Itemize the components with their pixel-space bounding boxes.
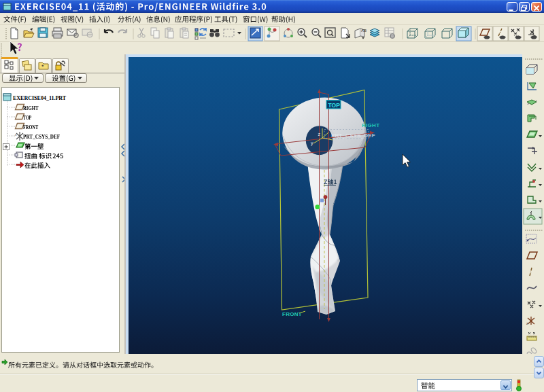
svg-text:TOP: TOP xyxy=(328,102,341,109)
svg-text:FRONT: FRONT xyxy=(282,311,302,317)
svg-text:AB: AB xyxy=(361,29,367,33)
svg-text:*: * xyxy=(41,63,44,70)
svg-text:RIGHT: RIGHT xyxy=(362,122,379,128)
svg-text:z: z xyxy=(318,132,321,137)
svg-text:y: y xyxy=(311,141,313,146)
svg-text:PRT_CSYS_DEF: PRT_CSYS_DEF xyxy=(331,132,375,139)
